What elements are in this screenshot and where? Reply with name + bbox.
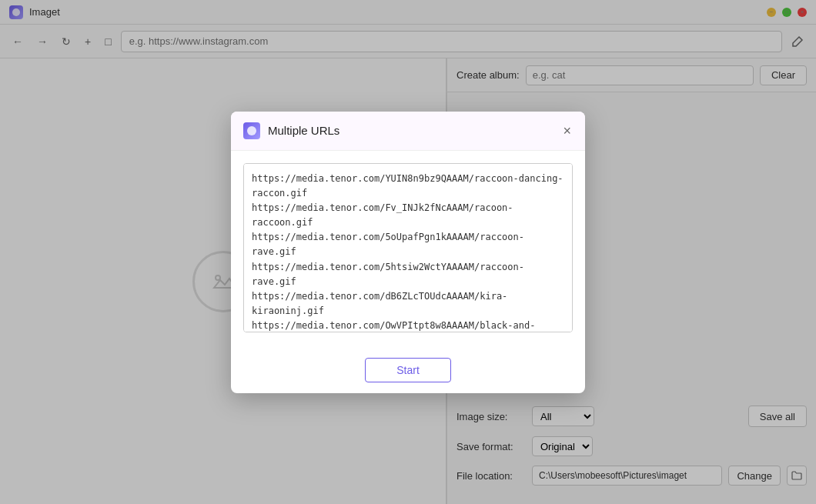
- modal-header: Multiple URLs ×: [231, 112, 585, 151]
- modal-body: [231, 151, 585, 347]
- start-button[interactable]: Start: [365, 358, 451, 382]
- modal-icon: [243, 122, 260, 139]
- modal-close-button[interactable]: ×: [561, 124, 573, 138]
- modal-dialog: Multiple URLs × Start: [231, 112, 585, 393]
- modal-title: Multiple URLs: [268, 124, 561, 137]
- svg-point-2: [247, 126, 256, 135]
- url-textarea[interactable]: [243, 163, 573, 332]
- modal-overlay: Multiple URLs × Start: [0, 0, 816, 504]
- modal-footer: Start: [231, 347, 585, 393]
